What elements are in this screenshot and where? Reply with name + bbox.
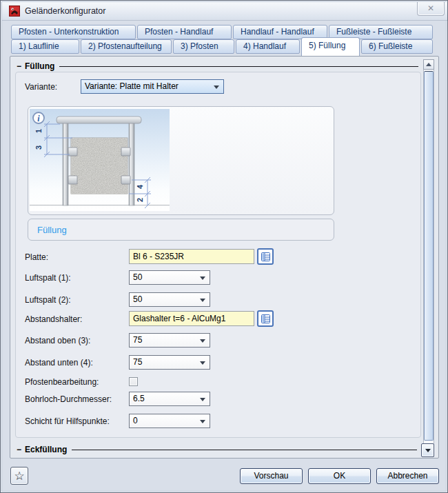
preview-caption: Füllung xyxy=(37,225,67,235)
variante-row: Variante: Variante: Platte mit Halter xyxy=(25,79,301,94)
luftspalt-2-select[interactable]: 50 xyxy=(129,292,210,307)
field-row-abstand-unten: Abstand unten (4): 75 xyxy=(25,355,232,370)
field-row-pfostenbearbeitung: Pfostenbearbeitung: xyxy=(25,376,232,388)
tab-fuellung-active[interactable]: 5) Füllung xyxy=(301,37,360,56)
collapse-icon[interactable]: − xyxy=(17,61,21,71)
chevron-down-icon xyxy=(200,420,205,423)
favorite-button[interactable]: ☆ xyxy=(10,467,28,485)
ok-button[interactable]: OK xyxy=(308,468,371,484)
preview-box: 1 3 4 2 i xyxy=(28,106,334,215)
field-row-platte: Platte: Bl 6 - S235JR xyxy=(25,249,301,265)
close-icon: ✕ xyxy=(427,3,434,13)
platte-catalog-button[interactable] xyxy=(257,248,274,265)
arrow-up-icon xyxy=(426,63,431,66)
section-title: Füllung xyxy=(25,61,54,71)
chevron-down-icon xyxy=(214,85,219,89)
railing-configurator-dialog: Geländerkonfigurator ✕ Pfosten - Unterko… xyxy=(0,0,448,493)
bohrloch-durchmesser-select[interactable]: 6.5 xyxy=(129,392,210,406)
dim-label-3: 3 xyxy=(34,145,43,150)
field-row-bohrloch-durchmesser: Bohrloch-Durchmesser: 6.5 xyxy=(25,392,232,406)
vorschau-button[interactable]: Vorschau xyxy=(240,468,303,484)
abstandshalter-input[interactable]: Glashalter t=6 - AlCuMg1 xyxy=(129,311,254,326)
abstand-unten-select[interactable]: 75 xyxy=(129,355,210,370)
collapse-icon[interactable]: − xyxy=(17,445,21,454)
tab-pfosten[interactable]: 3) Pfosten xyxy=(173,39,234,54)
section-title: Eckfüllung xyxy=(25,445,67,454)
section-rule xyxy=(72,450,417,450)
scrollbar-thumb[interactable] xyxy=(424,71,434,441)
info-icon: i xyxy=(33,112,44,123)
tab-fussleiste[interactable]: 6) Fußleiste xyxy=(361,39,433,54)
window-title-bar[interactable]: Geländerkonfigurator ✕ xyxy=(2,2,447,21)
dim-label-1: 1 xyxy=(34,129,43,133)
catalog-table-icon xyxy=(261,314,270,323)
chevron-down-icon xyxy=(200,361,205,365)
tab-lauflinie[interactable]: 1) Lauflinie xyxy=(11,39,79,54)
field-row-schicht-hilfspunkte: Schicht für Hilfspunkte: 0 xyxy=(25,414,232,428)
arrow-down-icon xyxy=(425,449,431,452)
field-row-abstandshalter: Abstandshalter: Glashalter t=6 - AlCuMg1 xyxy=(25,311,301,327)
close-button[interactable]: ✕ xyxy=(417,2,445,16)
scrollbar-down-button[interactable] xyxy=(421,443,434,457)
schicht-hilfspunkte-select[interactable]: 0 xyxy=(129,414,210,428)
app-icon xyxy=(9,6,20,17)
tab-pfosten-unterkonstruktion[interactable]: Pfosten - Unterkonstruktion xyxy=(11,25,136,39)
chevron-down-icon xyxy=(200,339,205,343)
abstand-oben-select[interactable]: 75 xyxy=(129,333,210,348)
dim-label-2: 2 xyxy=(136,198,144,202)
field-row-abstand-oben: Abstand oben (3): 75 xyxy=(25,333,232,348)
field-row-luftspalt-2: Luftspalt (2): 50 xyxy=(25,292,232,307)
section-header-eckfuellung: − Eckfüllung xyxy=(17,445,417,454)
dim-label-4: 4 xyxy=(136,184,144,189)
scrollbar-up-button[interactable] xyxy=(423,59,434,70)
field-row-luftspalt-1: Luftspalt (1): 50 xyxy=(25,270,232,285)
section-rule xyxy=(59,66,418,67)
catalog-table-icon xyxy=(261,252,270,261)
preview-caption-box: Füllung xyxy=(28,219,334,241)
platte-input[interactable]: Bl 6 - S235JR xyxy=(129,249,254,264)
tab-pfosten-handlauf[interactable]: Pfosten - Handlauf xyxy=(137,25,232,39)
luftspalt-1-select[interactable]: 50 xyxy=(129,270,210,285)
section-header-fuellung: − Füllung xyxy=(17,61,418,71)
chevron-down-icon xyxy=(200,299,205,302)
window-title: Geländerkonfigurator xyxy=(25,2,105,20)
pfostenbearbeitung-checkbox[interactable] xyxy=(129,377,138,386)
variante-select[interactable]: Variante: Platte mit Halter xyxy=(81,79,224,94)
abstandshalter-catalog-button[interactable] xyxy=(257,310,274,327)
railing-preview-image: 1 3 4 2 i xyxy=(30,109,170,211)
chevron-down-icon xyxy=(200,398,205,401)
variante-label: Variante: xyxy=(25,79,57,94)
content-panel: − Füllung Variante: Variante: Platte mit… xyxy=(10,56,439,459)
tab-pfostenaufteilung[interactable]: 2) Pfostenaufteilung xyxy=(81,39,172,54)
tab-handlauf[interactable]: 4) Handlauf xyxy=(236,39,300,54)
star-icon: ☆ xyxy=(14,469,24,483)
abbrechen-button[interactable]: Abbrechen xyxy=(376,468,439,484)
chevron-down-icon xyxy=(200,276,205,280)
